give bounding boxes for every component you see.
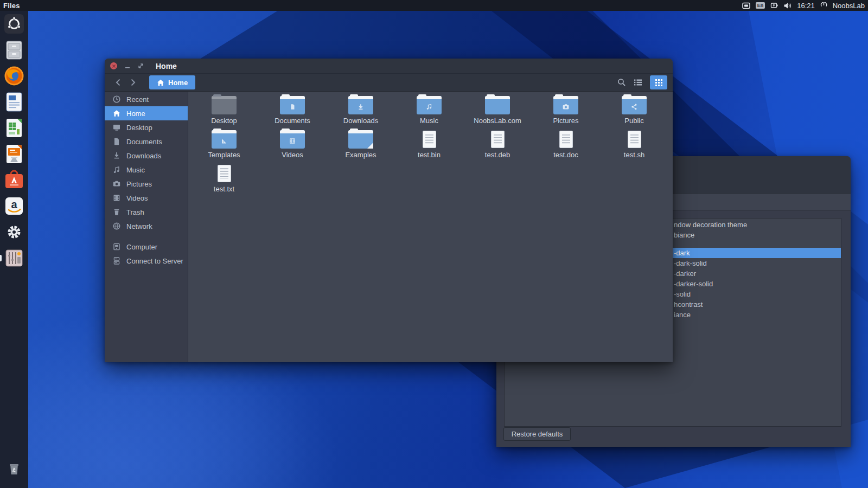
documents-icon [112,137,121,146]
files-toolbar: Home [105,74,673,92]
file-item-label: Downloads [343,117,378,125]
file-item-videos[interactable]: Videos [258,127,327,161]
sidebar-item-label: Recent [126,95,149,104]
network-icon [112,222,121,230]
file-item-test-sh[interactable]: test.sh [600,127,668,161]
text-file-icon [628,131,641,148]
sidebar-item-label: Network [126,222,152,230]
sidebar-item-label: Computer [126,243,157,251]
file-item-public[interactable]: Public [600,93,668,127]
emblem-film-icon [280,134,305,147]
files-window: Home Home [105,59,673,362]
minimize-icon [125,63,130,69]
sidebar-item-desktop[interactable]: Desktop [105,120,188,134]
power-icon[interactable] [820,2,827,9]
grid-view-button[interactable] [650,75,667,89]
session-menu[interactable]: NoobsLab [833,2,865,10]
sidebar-item-music[interactable]: Music [105,163,188,177]
file-item-label: Examples [345,151,376,159]
sidebar-item-pictures[interactable]: Pictures [105,177,188,191]
file-item-test-txt[interactable]: test.txt [190,161,258,195]
dock-item-calc[interactable] [3,117,25,139]
folder-icon [280,96,305,114]
file-item-label: NoobsLab.com [474,117,521,125]
folder-icon [280,130,305,149]
sidebar-item-videos[interactable]: Videos [105,191,188,205]
path-button-home[interactable]: Home [149,75,195,89]
file-item-examples[interactable]: Examples [327,127,395,161]
file-item-desktop[interactable]: Desktop [190,93,258,127]
text-file-icon [218,165,231,182]
restore-window-icon [138,63,144,69]
file-item-templates[interactable]: Templates [190,127,258,161]
minimize-button[interactable] [125,63,130,69]
files-body: RecentHomeDesktopDocumentsDownloadsMusic… [105,92,673,362]
dock-item-writer[interactable] [3,91,25,113]
display-icon[interactable] [742,2,750,9]
folder-icon [553,96,578,114]
volume-icon[interactable] [783,2,792,9]
forward-button[interactable] [125,79,141,86]
sidebar-separator [105,233,188,240]
downloads-icon [112,151,121,160]
sidebar-item-recent[interactable]: Recent [105,92,188,106]
sidebar-item-downloads[interactable]: Downloads [105,149,188,163]
dock-item-firefox[interactable] [3,65,25,87]
list-view-button[interactable] [634,79,642,86]
sidebar-item-network[interactable]: Network [105,219,188,233]
file-item-test-doc[interactable]: test.doc [532,127,600,161]
sidebar-item-label: Pictures [126,180,152,188]
file-item-label: Desktop [211,117,237,125]
files-titlebar[interactable]: Home [105,59,673,74]
restore-window-button[interactable] [138,63,144,69]
emblem-share-icon [622,100,647,113]
sidebar-item-label: Trash [126,208,144,216]
dock-item-dash[interactable] [3,13,25,35]
dock-item-software[interactable] [3,169,25,191]
text-file-icon [559,131,573,148]
dock-item-files[interactable] [3,39,25,61]
sidebar-item-label: Home [126,110,145,118]
music-icon [112,165,121,174]
keyboard-layout-badge[interactable]: En [756,2,765,9]
close-button[interactable] [110,62,117,69]
back-button[interactable] [110,79,125,86]
file-item-test-bin[interactable]: test.bin [395,127,463,161]
file-item-documents[interactable]: Documents [258,93,327,127]
sidebar-item-home[interactable]: Home [105,106,188,120]
dock-item-impress[interactable] [3,143,25,165]
search-button[interactable] [617,78,626,87]
folder-icon [348,96,373,114]
sidebar-item-documents[interactable]: Documents [105,134,188,149]
file-grid: DesktopDocumentsDownloadsMusicNoobsLab.c… [188,92,673,362]
file-item-label: test.deb [485,151,510,159]
sidebar-item-trash[interactable]: Trash [105,205,188,219]
file-item-noobslab-com[interactable]: NoobsLab.com [463,93,532,127]
launcher-dock: a [0,11,28,488]
panel-app-menu[interactable]: Files [3,2,20,10]
dock-item-amazon[interactable]: a [3,195,25,217]
sidebar-item-label: Downloads [126,152,161,160]
dock-item-tweak[interactable] [3,247,25,269]
clock[interactable]: 16:21 [797,2,815,10]
folder-gray-icon [212,96,237,114]
sidebar-item-label: Connect to Server [126,257,183,265]
emblem-download-icon [348,100,373,113]
svg-text:a: a [11,198,17,210]
battery-icon[interactable] [770,2,778,9]
folder-link-icon [348,130,373,149]
computer-icon [112,242,121,251]
emblem-camera-icon [553,100,578,113]
file-item-test-deb[interactable]: test.deb [463,127,532,161]
sidebar-item-computer[interactable]: Computer [105,240,188,254]
grid-view-icon [655,79,662,86]
dock-item-settings[interactable] [3,221,25,243]
sidebar-item-connect-to-server[interactable]: Connect to Server [105,254,188,268]
restore-defaults-button[interactable]: Restore defaults [503,427,571,441]
file-item-pictures[interactable]: Pictures [532,93,600,127]
toolbar-right [617,75,667,89]
dock-item-trash[interactable] [3,458,25,479]
file-item-music[interactable]: Music [395,93,463,127]
file-item-downloads[interactable]: Downloads [327,93,395,127]
file-item-label: test.sh [624,151,644,159]
